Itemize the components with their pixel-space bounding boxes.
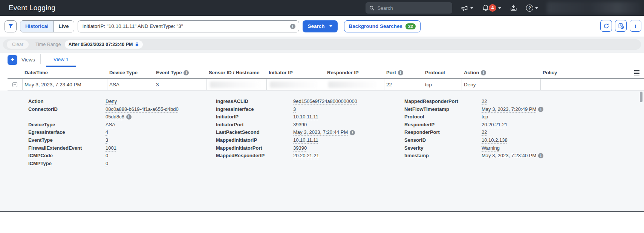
detail-field-label: ConnectorID	[28, 106, 106, 121]
info-icon[interactable]	[538, 107, 543, 112]
global-search-input[interactable]	[377, 5, 448, 11]
detail-field-value: May 3, 2023, 7:20:44 PM	[293, 129, 406, 136]
help-button[interactable]	[526, 5, 538, 12]
query-input[interactable]	[78, 20, 299, 32]
column-header-port[interactable]: Port	[384, 70, 423, 75]
notifications-bell-icon	[482, 4, 490, 12]
collapse-row-icon[interactable]	[12, 82, 17, 87]
detail-row: ResponderPort 22	[404, 129, 595, 136]
detail-value-text[interactable]: 22	[482, 129, 487, 135]
detail-value-text[interactable]: 10.10.11.11	[293, 114, 318, 120]
detail-value-text[interactable]: 0	[106, 153, 108, 158]
cell-action: Deny	[462, 79, 541, 90]
announcements-button[interactable]	[461, 5, 473, 11]
detail-value-text[interactable]: 39390	[293, 122, 307, 127]
info-icon[interactable]	[350, 130, 355, 135]
column-header-responder-ip[interactable]: Responder IP	[325, 70, 384, 75]
detail-row: MappedInitiatorPort 39390	[216, 144, 406, 152]
detail-value-text[interactable]: 08c0a888-b619-4f1a-a655-d4bd005dd8c8	[106, 106, 179, 120]
next-row-border	[0, 211, 644, 212]
detail-row: ConnectorID 08c0a888-b619-4f1a-a655-d4bd…	[28, 106, 179, 121]
column-settings-icon[interactable]	[634, 70, 639, 75]
column-header-sensor-id[interactable]: Sensor ID / Hostname	[207, 70, 267, 75]
detail-value-text[interactable]: 3	[293, 106, 296, 112]
column-header-datetime[interactable]: Date/Time	[23, 70, 107, 75]
detail-field-value: 9ed1505e9f724a8000000000	[293, 98, 406, 106]
vertical-scrollbar-thumb[interactable]	[640, 92, 642, 102]
detail-value-text[interactable]: 9ed1505e9f724a8000000000	[293, 98, 357, 104]
query-info-icon[interactable]	[290, 24, 295, 29]
views-tab-bar: Views View 1	[0, 53, 644, 67]
detail-value-text[interactable]: 3	[106, 137, 108, 143]
tab-view-1[interactable]: View 1	[46, 53, 76, 67]
detail-value-text[interactable]: Warning	[482, 145, 500, 151]
detail-field-value: 4	[106, 129, 179, 136]
redacted-cell-blur	[328, 81, 377, 88]
tab-historical[interactable]: Historical	[20, 21, 54, 32]
column-header-protocol[interactable]: Protocol	[423, 70, 462, 75]
background-searches-count-badge: 22	[405, 23, 416, 29]
detail-field-label: ICMPCode	[28, 152, 106, 160]
detail-value-text[interactable]: 39390	[293, 145, 307, 151]
background-searches-button[interactable]: Background Searches 22	[344, 20, 421, 32]
column-header-action[interactable]: Action	[462, 70, 541, 75]
detail-value-text[interactable]: 20.20.21.21	[482, 122, 508, 127]
refresh-button[interactable]	[600, 20, 612, 32]
detail-field-value: May 3, 2023, 7:23:40 PM	[482, 152, 595, 160]
detail-field-value: 39390	[293, 121, 406, 129]
row-select-cell	[8, 79, 23, 90]
info-icon[interactable]	[398, 70, 403, 75]
detail-value-text[interactable]: Deny	[106, 98, 117, 104]
detail-value-text[interactable]: 20.20.21.21	[293, 153, 319, 158]
detail-row: MappedResponderPort 22	[404, 98, 595, 106]
notifications-button[interactable]: 4	[482, 4, 501, 12]
info-button[interactable]: i	[630, 20, 641, 32]
detail-column-1: Action Deny ConnectorID 08c0a888-b619-4f…	[28, 98, 179, 167]
info-icon[interactable]	[538, 153, 543, 158]
detail-field-value: 10.10.11.11	[293, 113, 406, 121]
search-history-icon	[618, 23, 624, 29]
detail-value-text[interactable]: 10.10.2.138	[482, 137, 508, 143]
detail-value-text[interactable]: May 3, 2023, 7:20:49 PM	[482, 106, 536, 112]
tab-live[interactable]: Live	[54, 21, 74, 32]
clear-filters-button[interactable]: Clear	[7, 40, 29, 49]
filter-button[interactable]	[5, 20, 17, 32]
detail-column-2: IngressACLID 9ed1505e9f724a8000000000 In…	[216, 98, 406, 160]
user-account-redacted[interactable]	[547, 2, 641, 14]
detail-value-text[interactable]: 22	[482, 98, 487, 104]
time-range-chip[interactable]: After 05/03/2023 07:23:40 PM	[65, 40, 143, 49]
detail-value-text[interactable]: 10.10.11.11	[293, 137, 318, 143]
detail-value-text[interactable]: 1001	[106, 145, 116, 151]
column-header-event-type[interactable]: Event Type	[154, 70, 207, 75]
add-view-button[interactable]	[8, 55, 17, 65]
detail-field-label: ICMPType	[28, 160, 106, 168]
search-history-button[interactable]	[615, 20, 627, 32]
detail-column-3: MappedResponderPort 22 NetFlowTimestamp …	[404, 98, 595, 160]
cell-datetime: May 3, 2023, 7:23:40 PM	[23, 79, 107, 90]
info-icon[interactable]	[126, 114, 132, 120]
table-row[interactable]: May 3, 2023, 7:23:40 PM ASA 3 22 tcp Den…	[8, 79, 644, 90]
info-icon[interactable]	[481, 70, 486, 75]
detail-value-text[interactable]: May 3, 2023, 7:23:40 PM	[482, 153, 536, 158]
detail-value-text[interactable]: 4	[106, 129, 108, 135]
detail-value-text[interactable]: ASA	[106, 122, 115, 127]
downloads-button[interactable]	[510, 4, 517, 12]
info-icon[interactable]	[184, 70, 189, 75]
time-range-value: After 05/03/2023 07:23:40 PM	[69, 42, 133, 47]
column-header-policy[interactable]: Policy	[541, 70, 634, 75]
detail-field-value: tcp	[482, 113, 595, 121]
detail-field-label: NetFlowTimestamp	[404, 106, 482, 113]
caret-down-icon	[329, 25, 332, 27]
column-header-initiator-ip[interactable]: Initiator IP	[267, 70, 325, 75]
column-header-device-type[interactable]: Device Type	[107, 70, 154, 75]
detail-value-text[interactable]: May 3, 2023, 7:20:44 PM	[293, 129, 348, 135]
global-search-box[interactable]	[366, 2, 452, 14]
redacted-cell-blur	[270, 81, 318, 88]
divider	[40, 54, 41, 64]
detail-value-text[interactable]: 0	[106, 161, 108, 166]
detail-row: LastPacketSecond May 3, 2023, 7:20:44 PM	[216, 129, 406, 136]
search-button[interactable]: Search	[303, 20, 338, 32]
mode-segmented-control: Historical Live	[20, 20, 74, 32]
detail-value-text[interactable]: tcp	[482, 114, 488, 120]
search-toolbar: Historical Live Search Background Search…	[0, 16, 644, 37]
